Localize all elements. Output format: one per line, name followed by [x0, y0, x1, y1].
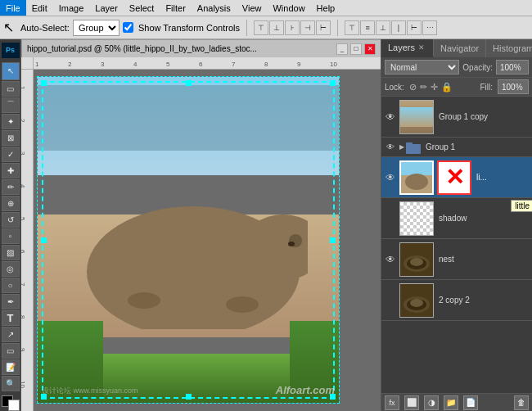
new-layer-button[interactable]: 📄 [463, 395, 478, 410]
lock-position-icon[interactable]: ✛ [431, 82, 438, 93]
background-swatch[interactable] [8, 400, 20, 411]
healing-brush-tool[interactable]: ✚ [2, 163, 20, 178]
menu-item-help[interactable]: Help [311, 0, 341, 16]
lock-transparent-icon[interactable]: ⊘ [409, 82, 417, 93]
layer-name-group1: Group 1 [422, 142, 530, 151]
foreground-color[interactable] [2, 395, 20, 411]
align-left-icon[interactable]: ⊣ [300, 20, 315, 35]
fill-label: Fill: [480, 83, 493, 92]
move-tool-icon[interactable]: ↖ [3, 20, 14, 35]
type-tool[interactable]: T [2, 310, 20, 326]
path-select-tool[interactable]: ↗ [2, 327, 20, 342]
layer-name-little: li... [473, 173, 530, 182]
layer-visibility-shadow[interactable]: 👁 [383, 211, 398, 226]
tab-layers[interactable]: Layers ✕ [381, 39, 434, 57]
menu-item-analysis[interactable]: Analysis [192, 0, 237, 16]
group-collapse-arrow[interactable]: ▶ [399, 143, 404, 151]
magic-wand-tool[interactable]: ✦ [2, 114, 20, 129]
blur-tool[interactable]: ◎ [2, 261, 20, 277]
brush-tool[interactable]: ✏ [2, 179, 20, 195]
tab-layers-close[interactable]: ✕ [417, 43, 426, 52]
watermark-left: 设计论坛 www.missyuan.com [42, 386, 138, 396]
gradient-tool[interactable]: ▨ [2, 245, 20, 260]
tab-navigator[interactable]: Navigator [434, 39, 486, 57]
canvas-image[interactable]: 设计论坛 www.missyuan.com Alfoart.com [37, 76, 340, 404]
new-group-button[interactable]: 📁 [444, 395, 458, 410]
close-button[interactable]: ✕ [364, 43, 376, 55]
crop-tool[interactable]: ⊠ [2, 130, 20, 146]
ruler-h-marks: 1 2 3 4 5 6 7 8 9 10 [34, 57, 381, 70]
dist-right-icon[interactable]: ⊢ [407, 20, 422, 35]
nest-thumb-svg [401, 244, 432, 275]
align-bottom-icon[interactable]: ⊦ [285, 20, 300, 35]
lock-pixels-icon[interactable]: ✏ [420, 82, 427, 93]
dist-horiz-icon[interactable]: ⋯ [422, 20, 437, 35]
options-toolbar: ↖ Auto-Select: Group Layer Show Transfor… [0, 16, 532, 39]
notes-tool[interactable]: 📝 [2, 359, 20, 375]
fill-value[interactable]: 100% [498, 79, 529, 94]
layer-row-nest[interactable]: 👁 nest [381, 239, 532, 280]
lasso-tool[interactable]: ⌒ [2, 97, 20, 113]
dist-left-icon[interactable]: | [391, 20, 406, 35]
menu-item-view[interactable]: View [237, 0, 268, 16]
blend-mode-select[interactable]: Normal Multiply Screen [385, 60, 459, 75]
auto-select-dropdown[interactable]: Group Layer [73, 20, 119, 36]
blend-mode-row: Normal Multiply Screen Opacity: 100% [381, 57, 532, 78]
dist-bottom-icon[interactable]: ⊥ [376, 20, 390, 35]
menu-item-layer[interactable]: Layer [89, 0, 124, 16]
marquee-tool[interactable]: ▭ [2, 81, 20, 97]
align-vert-icon[interactable]: ⊥ [269, 20, 284, 35]
layer-row-group1[interactable]: 👁 ▶ Group 1 [381, 138, 532, 157]
layer-visibility-group1copy[interactable]: 👁 [383, 110, 398, 124]
align-right-icon[interactable]: ⊢ [316, 20, 331, 35]
menu-item-image[interactable]: Image [53, 0, 90, 16]
hippo-body [79, 165, 308, 329]
history-brush-tool[interactable]: ↺ [2, 212, 20, 228]
show-transform-checkbox[interactable] [123, 22, 133, 33]
eyedropper-tool[interactable]: ✓ [2, 147, 20, 162]
menu-item-window[interactable]: Window [267, 0, 310, 16]
zoom-tool[interactable]: 🔍 [2, 376, 20, 391]
layer-visibility-2copy2[interactable]: 👁 [383, 293, 398, 308]
layer-visibility-group1[interactable]: 👁 [383, 140, 398, 155]
dodge-tool[interactable]: ○ [2, 278, 20, 293]
pen-tool[interactable]: ✒ [2, 294, 20, 309]
svg-text:7: 7 [21, 282, 26, 287]
add-mask-button[interactable]: ⬜ [404, 395, 419, 410]
layer-row-2copy2[interactable]: 👁 2 copy 2 [381, 280, 532, 321]
svg-text:9: 9 [297, 61, 301, 68]
tab-histogram[interactable]: Histogram [486, 39, 532, 57]
menu-item-filter[interactable]: Filter [160, 0, 191, 16]
shape-tool[interactable]: ▭ [2, 343, 20, 359]
create-fill-button[interactable]: ◑ [424, 395, 439, 410]
layers-bottom-toolbar: fx ⬜ ◑ 📁 📄 🗑 [381, 393, 532, 411]
move-tool[interactable]: ↖ [2, 62, 20, 80]
clone-tool[interactable]: ⊕ [2, 196, 20, 211]
dist-vert-icon[interactable]: ≡ [360, 20, 375, 35]
dist-top-icon[interactable]: ⊤ [345, 20, 359, 35]
layer-visibility-little[interactable]: 👁 [383, 170, 398, 185]
menu-item-file[interactable]: File [0, 0, 26, 16]
svg-text:9: 9 [21, 348, 26, 352]
restore-button[interactable]: □ [350, 43, 362, 55]
svg-text:2: 2 [68, 61, 72, 68]
align-top-icon[interactable]: ⊤ [254, 20, 268, 35]
svg-text:5: 5 [166, 61, 170, 68]
opacity-value[interactable]: 100% [496, 60, 529, 75]
delete-layer-button[interactable]: 🗑 [514, 395, 529, 410]
layer-row-group1copy[interactable]: 👁 Group 1 copy [381, 97, 532, 138]
layer-effects-button[interactable]: fx [385, 395, 399, 410]
layer-row-little[interactable]: 👁 li... little [381, 157, 532, 198]
lock-all-icon[interactable]: 🔒 [441, 82, 453, 93]
layers-list: 👁 Group 1 copy 👁 ▶ Group 1 👁 [381, 97, 532, 393]
menu-item-select[interactable]: Select [124, 0, 160, 16]
layer-visibility-nest[interactable]: 👁 [383, 252, 398, 267]
layer-row-shadow[interactable]: 👁 shadow [381, 198, 532, 239]
distribute-icons: ⊤ ≡ ⊥ | ⊢ ⋯ [345, 20, 437, 35]
menu-item-edit[interactable]: Edit [26, 0, 53, 16]
ruler-v-marks: 1 2 3 4 5 6 7 8 9 10 [21, 70, 34, 411]
minimize-button[interactable]: _ [336, 43, 348, 55]
eraser-tool[interactable]: ▫ [2, 228, 20, 244]
lock-label: Lock: [385, 83, 404, 92]
ruler-corner [21, 57, 34, 70]
